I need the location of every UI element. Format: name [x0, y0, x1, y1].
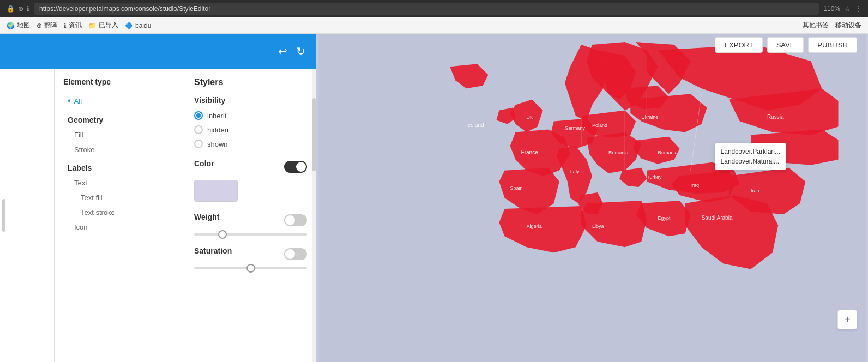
svg-text:Saudi Arabia: Saudi Arabia [702, 215, 733, 221]
address-bar[interactable]: https://developer.petalmaps.com/console/… [34, 3, 819, 15]
browser-nav-icons: 🔒 ⊕ ℹ [7, 5, 29, 13]
visibility-inherit[interactable]: inherit [194, 111, 307, 120]
visibility-inherit-label: inherit [207, 112, 226, 120]
middle-panel: Element type • All Geometry Fill Stroke … [55, 69, 185, 362]
map-header-buttons: EXPORT SAVE PUBLISH [715, 37, 857, 53]
visibility-shown-label: shown [207, 140, 228, 148]
bookmark-baidu-label: baidu [135, 22, 151, 29]
other-bookmarks-label: 其他书签 [803, 21, 829, 30]
element-text-label: Text [74, 179, 87, 187]
map-svg: Iceland UK France Germany Spain Poland U… [316, 34, 868, 362]
saturation-section: Saturation [194, 246, 307, 269]
element-all[interactable]: • All [63, 93, 176, 109]
left-panel [0, 69, 55, 362]
undo-button[interactable]: ↩ [278, 45, 287, 58]
radio-inherit-circle [194, 111, 203, 120]
translate-icon: ⊕ [18, 5, 23, 13]
element-fill[interactable]: Fill [63, 128, 176, 142]
weight-slider-thumb[interactable] [218, 230, 227, 239]
svg-text:UK: UK [527, 114, 534, 120]
zoom-in-button[interactable]: + [837, 310, 857, 329]
visibility-radio-group: inherit hidden shown [194, 111, 307, 148]
map-area[interactable]: Iceland UK France Germany Spain Poland U… [316, 34, 868, 362]
mobile-bookmarks-label: 移动设备 [835, 21, 861, 30]
radio-shown-circle [194, 140, 203, 148]
weight-section: Weight [194, 213, 307, 236]
weight-toggle-knob [285, 215, 295, 225]
saturation-slider-track[interactable] [194, 267, 307, 269]
save-button[interactable]: SAVE [767, 37, 804, 53]
export-button[interactable]: EXPORT [715, 37, 762, 53]
header-icons: ↩ ↻ [278, 45, 305, 58]
url-text: https://developer.petalmaps.com/console/… [39, 5, 210, 13]
other-bookmarks[interactable]: 其他书签 [803, 21, 829, 30]
redo-button[interactable]: ↻ [296, 45, 305, 58]
saturation-toggle-knob [285, 249, 295, 259]
bookmark-info-label: 资讯 [69, 21, 82, 30]
bookmark-map[interactable]: 🌍 地图 [7, 21, 30, 30]
saturation-toggle[interactable] [284, 248, 307, 260]
element-icon[interactable]: Icon [63, 220, 176, 234]
svg-text:Germany: Germany [565, 125, 586, 131]
element-geometry[interactable]: Geometry [63, 112, 176, 128]
element-text-fill-label: Text fill [81, 194, 103, 202]
info-bookmark-icon: ℹ [64, 22, 67, 29]
visibility-shown[interactable]: shown [194, 140, 307, 148]
svg-text:Romania: Romania [608, 150, 629, 155]
browser-right-icons: 110% ☆ ⋮ [823, 5, 861, 13]
lock-icon: 🔒 [7, 5, 15, 13]
color-toggle-knob [296, 162, 306, 172]
bookmark-info[interactable]: ℹ 资讯 [64, 21, 82, 30]
element-icon-label: Icon [74, 223, 88, 231]
saturation-slider-thumb[interactable] [246, 264, 255, 273]
bookmark-translate-label: 翻译 [44, 21, 57, 30]
tooltip-item-2: Landcover.Natural... [721, 156, 780, 166]
weight-toggle[interactable] [284, 214, 307, 226]
browser-chrome: 🔒 ⊕ ℹ https://developer.petalmaps.com/co… [0, 0, 868, 17]
element-labels-label: Labels [68, 164, 92, 172]
element-text-fill[interactable]: Text fill [63, 190, 176, 205]
svg-text:Iraq: Iraq [691, 183, 700, 188]
bookmark-label: 地图 [17, 21, 30, 30]
element-stroke[interactable]: Stroke [63, 142, 176, 157]
element-fill-label: Fill [74, 131, 83, 139]
publish-button[interactable]: PUBLISH [808, 37, 857, 53]
svg-text:Spain: Spain [510, 185, 523, 191]
svg-text:Romania: Romania [658, 150, 678, 155]
element-text-stroke-label: Text stroke [81, 208, 115, 216]
weight-slider-track[interactable] [194, 233, 307, 236]
baidu-icon: 🔷 [125, 22, 133, 29]
color-swatch[interactable] [194, 180, 238, 202]
element-labels[interactable]: Labels [63, 160, 176, 176]
bookmark-import[interactable]: 📁 已导入 [88, 21, 118, 30]
info-icon: ℹ [27, 5, 29, 13]
mobile-bookmarks[interactable]: 移动设备 [835, 21, 861, 30]
element-text-stroke[interactable]: Text stroke [63, 205, 176, 220]
style-panel: Stylers Visibility inherit hidden shown … [185, 69, 316, 362]
radio-hidden-circle [194, 125, 203, 134]
visibility-title: Visibility [194, 96, 307, 105]
svg-text:Russia: Russia [767, 114, 784, 120]
bookmarks-bar: 🌍 地图 ⊕ 翻译 ℹ 资讯 📁 已导入 🔷 baidu 其他书签 移动设备 [0, 17, 868, 34]
saturation-title: Saturation [194, 246, 232, 255]
svg-text:Libya: Libya [592, 224, 605, 229]
element-geometry-label: Geometry [68, 116, 103, 124]
color-toggle[interactable] [284, 161, 307, 173]
element-all-label: All [74, 97, 82, 105]
bookmark-import-label: 已导入 [99, 21, 118, 30]
color-title: Color [194, 159, 214, 168]
svg-text:France: France [521, 149, 539, 155]
element-stroke-label: Stroke [74, 146, 95, 154]
svg-text:Poland: Poland [592, 123, 607, 128]
import-icon: 📁 [88, 22, 97, 29]
element-text[interactable]: Text [63, 176, 176, 190]
visibility-hidden[interactable]: hidden [194, 125, 307, 134]
bookmark-baidu[interactable]: 🔷 baidu [125, 22, 151, 29]
weight-header: Weight [194, 213, 307, 228]
bullet-icon: • [68, 96, 71, 106]
map-tooltip: Landcover.Parklan... Landcover.Natural..… [715, 143, 786, 170]
style-panel-scrollbar[interactable] [312, 69, 316, 362]
bookmark-translate[interactable]: ⊕ 翻译 [37, 21, 57, 30]
zoom-level: 110% [823, 5, 840, 13]
svg-text:Turkey: Turkey [647, 174, 662, 180]
